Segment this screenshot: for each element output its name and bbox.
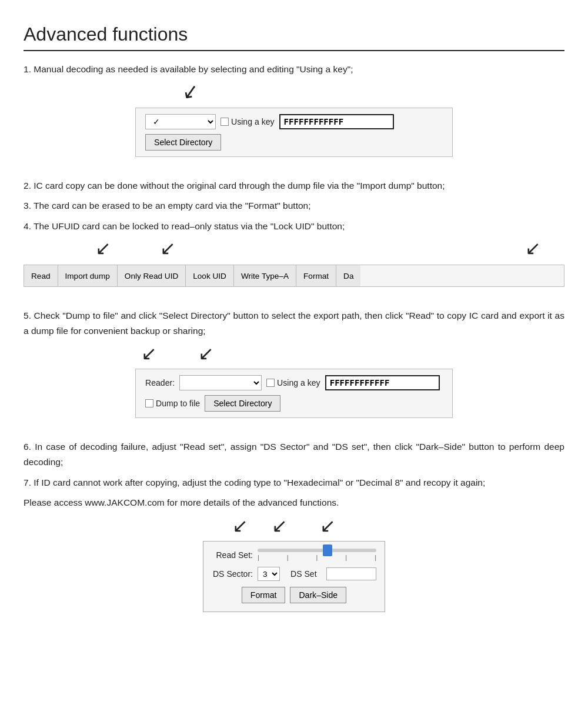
using-key-checkbox-box xyxy=(220,118,229,126)
arrow-5-dumpfile: ↙ xyxy=(141,344,157,363)
key-select[interactable]: ✓ xyxy=(145,114,216,129)
section-7-text: 7. If ID card cannot work after copying,… xyxy=(24,475,564,490)
dark-side-button[interactable]: Dark–Side xyxy=(290,587,346,603)
section-8-text: Please access www.JAKCOM.com for more de… xyxy=(24,495,564,510)
only-read-uid-button[interactable]: Only Read UID xyxy=(118,265,186,286)
ds-set-label: DS Set xyxy=(290,569,317,579)
section-3-text: 3. The card can be erased to be an empty… xyxy=(24,198,564,213)
import-dump-button[interactable]: Import dump xyxy=(58,265,118,286)
write-type-a-button[interactable]: Write Type–A xyxy=(234,265,296,286)
reader-select[interactable] xyxy=(179,375,262,390)
dump-to-file-label: Dump to file xyxy=(145,399,200,408)
using-a-key-label: Using a key xyxy=(220,117,275,126)
section-4-text: 4. The UFUID card can be locked to read–… xyxy=(24,219,564,234)
page-title: Advanced functions xyxy=(24,24,564,51)
arrow-6-darkside: ↙ xyxy=(320,516,336,535)
section-2-text: 2. IC card copy can be done without the … xyxy=(24,178,564,193)
format-button-6[interactable]: Format xyxy=(242,587,286,603)
reader-label: Reader: xyxy=(145,378,175,387)
key-value-input[interactable] xyxy=(279,114,394,129)
select-directory-button-5[interactable]: Select Directory xyxy=(205,395,280,412)
format-button[interactable]: Format xyxy=(296,265,336,286)
arrow-6-dssector: ↙ xyxy=(272,516,288,535)
action-buttons-bar: Read Import dump Only Read UID Look UID … xyxy=(24,265,564,287)
key-input-5[interactable] xyxy=(325,375,440,390)
arrow-4-format: ↙ xyxy=(525,239,541,258)
select-directory-button-1[interactable]: Select Directory xyxy=(145,134,221,151)
arrow-2-import: ↙ xyxy=(95,239,111,258)
read-button[interactable]: Read xyxy=(24,265,58,286)
arrow-3-onlyread: ↙ xyxy=(160,239,176,258)
section-6-text: 6. In case of decoding failure, adjust "… xyxy=(24,439,564,470)
da-button[interactable]: Da xyxy=(336,265,360,286)
using-key-checkbox-5 xyxy=(266,379,275,387)
using-key-label-5: Using a key xyxy=(266,378,320,387)
look-uid-button[interactable]: Look UID xyxy=(186,265,234,286)
arrow-5-selectdir: ↙ xyxy=(198,344,214,363)
ds-sector-label: DS Sector: xyxy=(212,569,253,579)
read-set-label: Read Set: xyxy=(212,550,253,560)
read-set-slider-thumb[interactable] xyxy=(323,544,332,556)
section-5-text: 5. Check "Dump to file" and click "Selec… xyxy=(24,308,564,339)
read-set-slider-track xyxy=(258,549,376,552)
dump-to-file-checkbox xyxy=(145,399,153,407)
ds-sector-select[interactable]: 3 1 2 xyxy=(258,567,280,581)
arrow-1-select: ↙ xyxy=(181,81,200,103)
arrow-6-readset: ↙ xyxy=(232,516,248,535)
section-1-text: 1. Manual decoding as needed is availabl… xyxy=(24,62,564,77)
